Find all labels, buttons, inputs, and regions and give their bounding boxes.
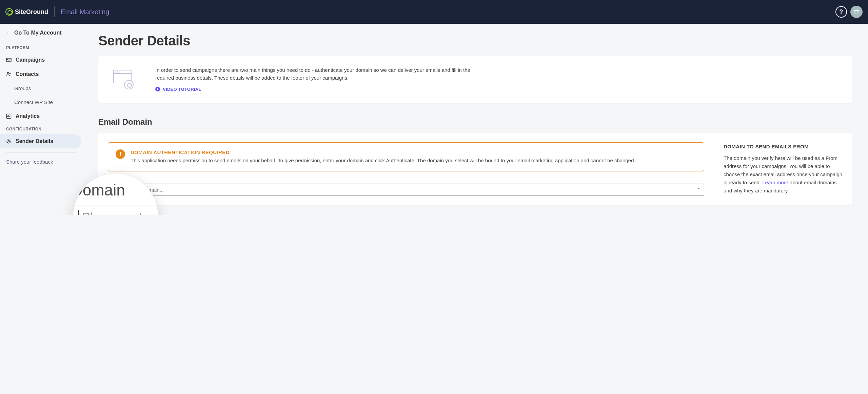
sidebar-item-label: Analytics [16, 113, 40, 119]
sidebar-item-label: Sender Details [16, 138, 53, 144]
intro-content: In order to send campaigns there are two… [155, 66, 488, 93]
header-divider [54, 6, 55, 17]
svg-point-4 [8, 141, 10, 142]
sidebar-item-label: Contacts [16, 71, 39, 77]
page-title: Sender Details [98, 33, 852, 48]
alert-body: DOMAIN AUTHENTICATION REQUIRED This appl… [131, 149, 635, 164]
brand-logo[interactable]: SiteGround [5, 8, 48, 16]
chevron-up-icon: ⌃ [697, 187, 701, 192]
sidebar-item-contacts[interactable]: Contacts [0, 67, 83, 81]
gear-icon [6, 139, 12, 144]
back-to-account-link[interactable]: ← Go To My Account [0, 30, 83, 42]
chart-icon [6, 113, 12, 119]
help-button[interactable]: ? [835, 6, 847, 18]
sidebar-item-campaigns[interactable]: Campaigns [0, 53, 83, 67]
domain-input[interactable] [113, 187, 697, 193]
email-domain-heading: Email Domain [98, 117, 852, 127]
play-icon [155, 87, 160, 91]
settings-illustration-icon [112, 70, 136, 89]
magnifier-domain-input: Please enter [73, 206, 158, 215]
sidebar-item-label: Groups [14, 85, 31, 91]
product-name: Email Marketing [61, 8, 109, 16]
alert-title: DOMAIN AUTHENTICATION REQUIRED [131, 149, 635, 155]
right-panel-heading: DOMAIN TO SEND EMAILS FROM [724, 144, 843, 149]
sidebar-item-connect-wp[interactable]: Connect WP Site [0, 95, 83, 109]
video-tutorial-link[interactable]: VIDEO TUTORIAL [155, 87, 201, 92]
svg-point-1 [7, 72, 9, 74]
people-icon [6, 71, 12, 77]
sidebar-item-groups[interactable]: Groups [0, 81, 83, 95]
intro-text: In order to send campaigns there are two… [155, 66, 488, 82]
avatar[interactable]: TT [850, 6, 863, 18]
video-link-label: VIDEO TUTORIAL [163, 87, 201, 92]
alert-text: This application needs permission to sen… [131, 157, 635, 164]
sidebar: ← Go To My Account PLATFORM Campaigns Co… [0, 24, 83, 215]
domain-auth-alert: ! DOMAIN AUTHENTICATION REQUIRED This ap… [108, 142, 704, 171]
domain-right-panel: DOMAIN TO SEND EMAILS FROM The domain yo… [714, 133, 852, 205]
header-right: ? TT [835, 6, 863, 18]
back-link-label: Go To My Account [14, 30, 62, 36]
header-left: SiteGround Email Marketing [5, 6, 109, 17]
feedback-link[interactable]: Share your feedback [0, 157, 83, 167]
svg-rect-0 [6, 58, 11, 62]
svg-point-2 [9, 73, 11, 74]
sidebar-item-label: Campaigns [16, 57, 45, 63]
main-content: Sender Details In order to send campaign… [83, 24, 868, 215]
learn-more-link[interactable]: Learn more [762, 180, 788, 185]
section-label-platform: PLATFORM [0, 42, 83, 53]
top-header: SiteGround Email Marketing ? TT [0, 0, 868, 24]
logo-icon [5, 8, 13, 16]
intro-card: In order to send campaigns there are two… [98, 56, 852, 103]
email-domain-card: ! DOMAIN AUTHENTICATION REQUIRED This ap… [98, 133, 852, 205]
magnifier-placeholder: Please enter [82, 210, 154, 215]
envelope-icon [6, 57, 12, 63]
sidebar-item-sender-details[interactable]: Sender Details [0, 134, 81, 148]
sidebar-item-analytics[interactable]: Analytics [0, 109, 83, 123]
warning-icon: ! [116, 149, 125, 159]
arrow-left-icon: ← [6, 30, 12, 36]
domain-left-panel: ! DOMAIN AUTHENTICATION REQUIRED This ap… [98, 133, 714, 205]
right-panel-text: The domain you verify here will be used … [724, 154, 843, 195]
logo-text: SiteGround [15, 8, 48, 16]
section-label-configuration: CONFIGURATION [0, 123, 83, 134]
sidebar-divider [6, 152, 77, 153]
sidebar-item-label: Connect WP Site [14, 99, 53, 105]
domain-combobox[interactable]: ⌃ [108, 184, 704, 196]
